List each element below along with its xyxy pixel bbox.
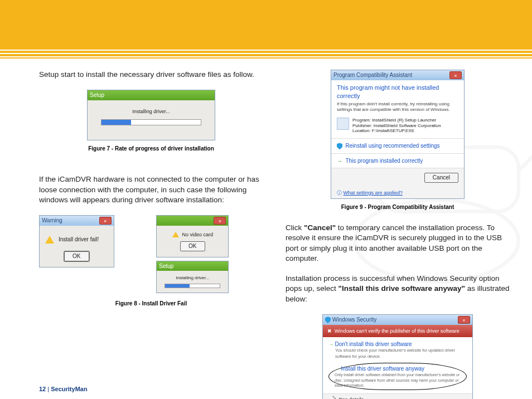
warning-message: Install driver fail! — [59, 236, 99, 244]
not-connected-text: If the iCamDVR hardware is not connected… — [39, 174, 263, 205]
see-details-link[interactable]: See details — [339, 397, 364, 399]
winsec-titlebar: Windows Security × — [323, 315, 472, 325]
arrow-right-icon: → — [337, 158, 342, 164]
page-number: 12 — [39, 386, 46, 392]
figure-8-caption: Figure 8 - Install Driver Fail — [39, 300, 263, 308]
close-icon[interactable]: × — [449, 71, 462, 79]
progress-bar-small — [165, 284, 220, 288]
footer-brand: SecurityMan — [51, 386, 87, 392]
pca-help-link[interactable]: What settings are applied? — [344, 190, 403, 196]
shield-icon — [337, 143, 342, 149]
header-rules — [0, 47, 532, 59]
novideo-message: No video card — [182, 231, 214, 238]
pca-option-reinstall[interactable]: Reinstall using recommended settings — [331, 138, 464, 153]
close-icon[interactable]: × — [214, 217, 226, 225]
setup-status-small: Installing driver... — [161, 275, 224, 281]
pca-titlebar: Program Compatibility Assistant × — [331, 70, 464, 80]
left-column: Setup start to install the necessary dri… — [39, 70, 263, 399]
cancel-button[interactable]: Cancel — [424, 173, 458, 183]
pca-option-installed[interactable]: → This program installed correctly — [331, 153, 464, 168]
setup-dialog: Setup Installing driver... — [87, 90, 215, 140]
figure-10: Windows Security × ✖ Windows can't verif… — [286, 314, 510, 399]
winsec-option-anyway[interactable]: → Install this driver software anyway On… — [323, 362, 472, 394]
arrow-right-icon: → — [335, 366, 340, 372]
winsec-dialog: Windows Security × ✖ Windows can't verif… — [322, 314, 473, 399]
info-icon: ⓘ — [337, 190, 342, 196]
warning-icon — [172, 232, 179, 237]
novideo-titlebar: × — [157, 216, 228, 226]
close-icon[interactable]: × — [99, 217, 112, 225]
winsec-option-dont[interactable]: → Don't install this driver software You… — [323, 337, 472, 362]
intro-text: Setup start to install the necessary dri… — [39, 70, 263, 80]
arrow-right-icon: → — [328, 342, 333, 347]
warning-dialog: Warning × Install driver fail! OK — [39, 215, 114, 267]
figure-9-caption: Figure 9 - Program Compatibility Assista… — [286, 203, 510, 211]
warning-title: Warning — [42, 217, 62, 225]
winsec-banner: ✖ Windows can't verify the publisher of … — [323, 325, 472, 337]
installer-icon — [337, 118, 349, 130]
pca-dialog: Program Compatibility Assistant × This p… — [331, 70, 465, 199]
setup-title: Setup — [90, 91, 104, 99]
setup-dialog-small: Setup Installing driver... — [156, 261, 229, 293]
successful-text: Installation process is successful when … — [286, 274, 510, 304]
setup-titlebar: Setup — [88, 90, 215, 100]
close-icon[interactable]: × — [458, 316, 470, 324]
page-footer: 12 | SecurityMan — [39, 386, 88, 392]
setup-status: Installing driver... — [96, 108, 206, 115]
setup-title-small: Setup — [159, 262, 173, 270]
figure-9: Program Compatibility Assistant × This p… — [286, 70, 510, 211]
right-stack: × No video card OK — [122, 215, 263, 293]
warning-titlebar: Warning × — [40, 216, 114, 226]
figure-7-caption: Figure 7 - Rate of progress of driver in… — [39, 145, 263, 153]
ok-button[interactable]: OK — [180, 241, 205, 251]
setup-titlebar-small: Setup — [157, 261, 228, 271]
progress-bar — [101, 119, 201, 125]
right-column: Program Compatibility Assistant × This p… — [286, 70, 510, 399]
pca-title: Program Compatibility Assistant — [333, 71, 412, 79]
figure-8: Warning × Install driver fail! OK — [39, 215, 263, 307]
figure-7: Setup Installing driver... Figure 7 - Ra… — [39, 90, 263, 152]
header-band — [0, 0, 532, 47]
circled-option: → Install this driver software anyway On… — [328, 363, 467, 391]
chevron-down-icon — [330, 396, 336, 399]
pca-heading: This program might not have installed co… — [331, 80, 464, 101]
novideo-dialog: × No video card OK — [156, 215, 229, 257]
warning-icon — [45, 236, 54, 244]
pca-sub: If this program didn't install correctly… — [331, 101, 464, 117]
ok-button[interactable]: OK — [64, 251, 89, 261]
shield-icon — [325, 317, 331, 323]
click-cancel-text: Click "Cancel" to temporary cancel the i… — [286, 223, 510, 264]
